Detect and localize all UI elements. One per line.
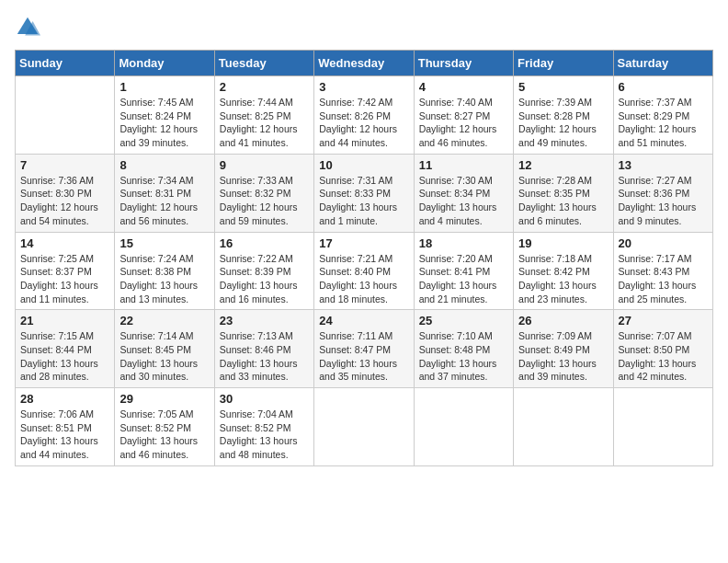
day-number: 3 <box>319 80 408 94</box>
day-number: 28 <box>20 392 109 406</box>
calendar-cell: 11Sunrise: 7:30 AMSunset: 8:34 PMDayligh… <box>414 154 513 232</box>
day-info: Sunrise: 7:07 AMSunset: 8:50 PMDaylight:… <box>619 329 708 384</box>
day-info: Sunrise: 7:15 AMSunset: 8:44 PMDaylight:… <box>20 329 109 384</box>
calendar-cell <box>16 76 115 155</box>
day-info: Sunrise: 7:06 AMSunset: 8:51 PMDaylight:… <box>20 408 109 462</box>
day-info: Sunrise: 7:30 AMSunset: 8:34 PMDaylight:… <box>419 174 508 228</box>
day-number: 2 <box>220 80 309 94</box>
calendar-cell: 28Sunrise: 7:06 AMSunset: 8:51 PMDayligh… <box>16 388 115 466</box>
day-info: Sunrise: 7:17 AMSunset: 8:43 PMDaylight:… <box>619 252 708 306</box>
day-number: 24 <box>319 314 408 327</box>
day-of-week-header: Sunday <box>16 51 115 76</box>
day-of-week-header: Thursday <box>414 51 513 76</box>
day-number: 18 <box>419 236 508 250</box>
calendar-cell: 7Sunrise: 7:36 AMSunset: 8:30 PMDaylight… <box>16 154 115 232</box>
day-info: Sunrise: 7:27 AMSunset: 8:36 PMDaylight:… <box>619 174 708 228</box>
calendar-cell: 22Sunrise: 7:14 AMSunset: 8:45 PMDayligh… <box>115 310 214 388</box>
day-info: Sunrise: 7:37 AMSunset: 8:29 PMDaylight:… <box>619 96 708 150</box>
calendar-cell: 17Sunrise: 7:21 AMSunset: 8:40 PMDayligh… <box>314 232 414 310</box>
calendar-cell: 27Sunrise: 7:07 AMSunset: 8:50 PMDayligh… <box>613 310 712 388</box>
calendar-cell <box>613 388 712 466</box>
calendar-table: SundayMondayTuesdayWednesdayThursdayFrid… <box>15 50 713 466</box>
day-info: Sunrise: 7:10 AMSunset: 8:48 PMDaylight:… <box>419 329 508 384</box>
day-info: Sunrise: 7:22 AMSunset: 8:39 PMDaylight:… <box>220 252 309 306</box>
calendar-cell: 9Sunrise: 7:33 AMSunset: 8:32 PMDaylight… <box>214 154 313 232</box>
day-number: 19 <box>518 236 608 250</box>
calendar-cell: 24Sunrise: 7:11 AMSunset: 8:47 PMDayligh… <box>314 310 414 388</box>
day-info: Sunrise: 7:34 AMSunset: 8:31 PMDaylight:… <box>119 174 209 228</box>
calendar-cell: 12Sunrise: 7:28 AMSunset: 8:35 PMDayligh… <box>514 154 613 232</box>
day-number: 9 <box>220 158 309 172</box>
calendar-cell: 16Sunrise: 7:22 AMSunset: 8:39 PMDayligh… <box>214 232 313 310</box>
calendar-cell <box>514 388 613 466</box>
calendar-cell: 18Sunrise: 7:20 AMSunset: 8:41 PMDayligh… <box>414 232 513 310</box>
calendar-cell: 29Sunrise: 7:05 AMSunset: 8:52 PMDayligh… <box>115 388 214 466</box>
day-info: Sunrise: 7:39 AMSunset: 8:28 PMDaylight:… <box>518 96 608 150</box>
logo <box>15 15 44 40</box>
day-number: 16 <box>220 236 309 250</box>
day-number: 30 <box>220 392 309 406</box>
calendar-cell <box>314 388 414 466</box>
day-number: 10 <box>319 158 408 172</box>
day-number: 11 <box>419 158 508 172</box>
day-number: 4 <box>419 80 508 94</box>
calendar-cell: 25Sunrise: 7:10 AMSunset: 8:48 PMDayligh… <box>414 310 513 388</box>
calendar-header-row: SundayMondayTuesdayWednesdayThursdayFrid… <box>16 51 713 76</box>
logo-icon <box>15 15 40 40</box>
day-info: Sunrise: 7:05 AMSunset: 8:52 PMDaylight:… <box>119 408 209 462</box>
calendar-cell: 15Sunrise: 7:24 AMSunset: 8:38 PMDayligh… <box>115 232 214 310</box>
calendar-cell: 19Sunrise: 7:18 AMSunset: 8:42 PMDayligh… <box>514 232 613 310</box>
calendar-cell <box>414 388 513 466</box>
day-of-week-header: Monday <box>115 51 214 76</box>
calendar-cell: 4Sunrise: 7:40 AMSunset: 8:27 PMDaylight… <box>414 76 513 155</box>
calendar-cell: 21Sunrise: 7:15 AMSunset: 8:44 PMDayligh… <box>16 310 115 388</box>
day-of-week-header: Tuesday <box>214 51 313 76</box>
day-info: Sunrise: 7:42 AMSunset: 8:26 PMDaylight:… <box>319 96 408 150</box>
calendar-week-row: 28Sunrise: 7:06 AMSunset: 8:51 PMDayligh… <box>16 388 713 466</box>
calendar-cell: 23Sunrise: 7:13 AMSunset: 8:46 PMDayligh… <box>214 310 313 388</box>
day-number: 25 <box>419 314 508 327</box>
day-info: Sunrise: 7:09 AMSunset: 8:49 PMDaylight:… <box>518 329 608 384</box>
calendar-cell: 3Sunrise: 7:42 AMSunset: 8:26 PMDaylight… <box>314 76 414 155</box>
day-info: Sunrise: 7:11 AMSunset: 8:47 PMDaylight:… <box>319 329 408 384</box>
calendar-cell: 14Sunrise: 7:25 AMSunset: 8:37 PMDayligh… <box>16 232 115 310</box>
day-info: Sunrise: 7:33 AMSunset: 8:32 PMDaylight:… <box>220 174 309 228</box>
day-number: 1 <box>119 80 209 94</box>
day-info: Sunrise: 7:36 AMSunset: 8:30 PMDaylight:… <box>20 174 109 228</box>
day-number: 29 <box>119 392 209 406</box>
day-info: Sunrise: 7:20 AMSunset: 8:41 PMDaylight:… <box>419 252 508 306</box>
day-info: Sunrise: 7:14 AMSunset: 8:45 PMDaylight:… <box>119 329 209 384</box>
day-number: 8 <box>119 158 209 172</box>
day-number: 21 <box>20 314 109 327</box>
calendar-week-row: 7Sunrise: 7:36 AMSunset: 8:30 PMDaylight… <box>16 154 713 232</box>
calendar-cell: 13Sunrise: 7:27 AMSunset: 8:36 PMDayligh… <box>613 154 712 232</box>
calendar-cell: 8Sunrise: 7:34 AMSunset: 8:31 PMDaylight… <box>115 154 214 232</box>
day-number: 14 <box>20 236 109 250</box>
calendar-cell: 6Sunrise: 7:37 AMSunset: 8:29 PMDaylight… <box>613 76 712 155</box>
day-of-week-header: Saturday <box>613 51 712 76</box>
day-of-week-header: Friday <box>514 51 613 76</box>
header <box>15 15 713 40</box>
day-number: 5 <box>518 80 608 94</box>
calendar-week-row: 1Sunrise: 7:45 AMSunset: 8:24 PMDaylight… <box>16 76 713 155</box>
day-info: Sunrise: 7:21 AMSunset: 8:40 PMDaylight:… <box>319 252 408 306</box>
day-number: 26 <box>518 314 608 327</box>
day-number: 20 <box>619 236 708 250</box>
calendar-cell: 1Sunrise: 7:45 AMSunset: 8:24 PMDaylight… <box>115 76 214 155</box>
day-number: 22 <box>119 314 209 327</box>
day-info: Sunrise: 7:40 AMSunset: 8:27 PMDaylight:… <box>419 96 508 150</box>
calendar-cell: 2Sunrise: 7:44 AMSunset: 8:25 PMDaylight… <box>214 76 313 155</box>
day-info: Sunrise: 7:04 AMSunset: 8:52 PMDaylight:… <box>220 408 309 462</box>
day-number: 27 <box>619 314 708 327</box>
day-info: Sunrise: 7:25 AMSunset: 8:37 PMDaylight:… <box>20 252 109 306</box>
day-number: 6 <box>619 80 708 94</box>
day-info: Sunrise: 7:28 AMSunset: 8:35 PMDaylight:… <box>518 174 608 228</box>
day-info: Sunrise: 7:24 AMSunset: 8:38 PMDaylight:… <box>119 252 209 306</box>
calendar-week-row: 14Sunrise: 7:25 AMSunset: 8:37 PMDayligh… <box>16 232 713 310</box>
day-info: Sunrise: 7:45 AMSunset: 8:24 PMDaylight:… <box>119 96 209 150</box>
day-info: Sunrise: 7:13 AMSunset: 8:46 PMDaylight:… <box>220 329 309 384</box>
day-number: 13 <box>619 158 708 172</box>
day-number: 7 <box>20 158 109 172</box>
day-of-week-header: Wednesday <box>314 51 414 76</box>
calendar-week-row: 21Sunrise: 7:15 AMSunset: 8:44 PMDayligh… <box>16 310 713 388</box>
